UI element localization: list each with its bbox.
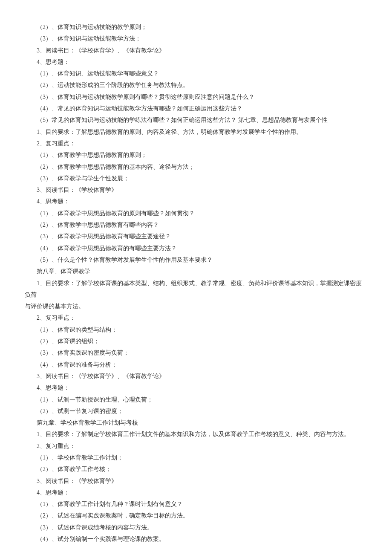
text-line: 3、阅读书目：《学校体育学》、《体育教学论》 xyxy=(25,45,367,56)
text-line: 2、复习重点： xyxy=(25,138,367,149)
text-line: 第八章、体育课教学 xyxy=(25,266,367,277)
text-line: 2、复习重点： xyxy=(25,312,367,324)
text-line: （2）、体育教学工作考核； xyxy=(25,463,367,475)
text-line: （1）、体育教学中思想品德教育的原则； xyxy=(25,149,367,161)
text-line: （5）常见的体育知识与运动技能的学练法有哪些？如何正确运用这些方法？ 第七章、思… xyxy=(25,114,367,126)
text-line: （3）、体育教学中思想品德教育有哪些主要途径？ xyxy=(25,231,367,242)
text-line: （4）、体育教学中思想品德教育的有哪些主要方法？ xyxy=(25,243,367,254)
text-line: 4、思考题： xyxy=(25,56,367,68)
text-line: （3）、体育教学与学生个性发展； xyxy=(25,173,367,184)
text-line: （3）、体育实践课的密度与负荷； xyxy=(25,347,367,358)
text-line: （2）、试述在编写实践课教案时，确定教学目标的方法。 xyxy=(25,510,367,521)
text-line: 4、思考题： xyxy=(25,487,367,498)
text-line: 4、思考题： xyxy=(25,382,367,393)
text-line: （4）、体育课的准备与分析； xyxy=(25,359,367,370)
text-line: 3、阅读书目：《学校体育学》 xyxy=(25,184,367,196)
text-line: （1）、体育课的类型与结构； xyxy=(25,324,367,335)
text-line: （2）、体育课的组织； xyxy=(25,335,367,347)
text-line: （4）、试分别编制一个实践课与理论课的教案。 xyxy=(25,533,367,545)
text-line: （4）、常见的体育知识与运动技能教学方法有哪些？如何正确运用这些方法？ xyxy=(25,103,367,114)
text-line: 3、阅读书目：《学校体育学》 xyxy=(25,475,367,487)
text-line: 4、思考题： xyxy=(25,196,367,207)
text-line: （3）、试述体育课成绩考核的内容与方法。 xyxy=(25,522,367,533)
text-line: （2）、体育教学中思想品德教育有哪些内容？ xyxy=(25,219,367,231)
text-line: （1）、试测一节新授课的生理、心理负荷； xyxy=(25,394,367,405)
text-line: （2）、试测一节复习课的密度； xyxy=(25,405,367,417)
text-line: 1、目的要求：了解思想品德教育的原则、内容及途径、方法，明确体育教学对发展学生个… xyxy=(25,126,367,138)
text-line: （1）、体育教学中思想品德教育的原则有哪些？如何贯彻？ xyxy=(25,208,367,219)
text-line: （2）、体育知识与运动技能的教学原则； xyxy=(25,21,367,33)
text-line: 2、复习重点： xyxy=(25,440,367,452)
text-line: （3）、体育知识与运动技能教学原则有哪些？贯彻这些原则应注意的问题是什么？ xyxy=(25,91,367,103)
text-line: （2）、运动技能形成的三个阶段的教学任务与教法特点。 xyxy=(25,79,367,91)
text-line: （1）、体育教学工作计划有几种？课时计划有何意义？ xyxy=(25,498,367,510)
text-line: 第九章、学校体育教学工作计划与考核 xyxy=(25,417,367,428)
text-line: （2）、体育教学中思想品德教育的基本内容、途径与方法； xyxy=(25,161,367,173)
text-line: （5）、什么是个性？体育教学对发展学生个性的作用及基本要求？ xyxy=(25,254,367,266)
text-line: （3）、体育知识与运动技能教学方法； xyxy=(25,33,367,44)
text-line: （1）、学校体育教学工作计划； xyxy=(25,452,367,463)
text-line: 3、阅读书目：《学校体育学》、《体育教学论》 xyxy=(25,370,367,382)
blank-line xyxy=(25,545,367,555)
text-line: （1）、体育知识、运动技能教学有哪些意义？ xyxy=(25,68,367,79)
text-line: 与评价课的基本方法。 xyxy=(25,301,367,312)
text-line: 1、目的要求：了解学校体育课的基本类型、结构、组织形式、教学常规、密度、负荷和评… xyxy=(25,278,367,301)
text-line: 1、目的要求：了解制定学校体育工作计划文件的基本知识和方法，以及体育教学工作考核… xyxy=(25,428,367,440)
